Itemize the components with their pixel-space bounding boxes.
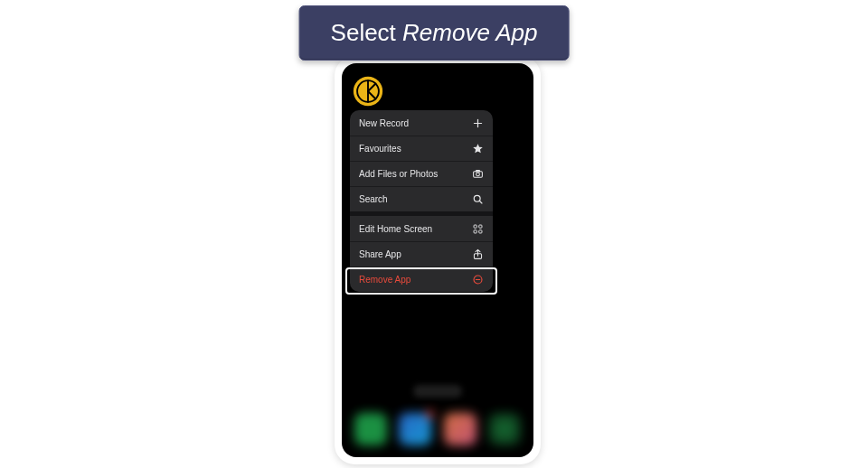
context-menu: New Record Favourites Add Files or Photo… [350,110,493,292]
dock-icon-4[interactable] [488,413,521,445]
instruction-prefix: Select [331,19,403,46]
svg-rect-11 [478,225,481,228]
dock [342,401,533,457]
menu-item-remove-app[interactable]: Remove App [350,267,493,292]
svg-rect-12 [474,229,476,232]
plus-icon [471,117,484,129]
menu-label: Share App [359,249,401,259]
menu-item-edit-home[interactable]: Edit Home Screen [350,216,493,241]
minus-circle-icon [471,274,484,286]
phone-frame: New Record Favourites Add Files or Photo… [335,56,541,464]
dock-icon-3[interactable] [444,413,476,445]
search-pill [413,385,462,398]
menu-label: Add Files or Photos [359,169,438,179]
menu-item-search[interactable]: Search [350,186,493,211]
camera-icon [471,168,484,181]
menu-label: Search [359,194,388,204]
menu-item-favourites[interactable]: Favourites [350,136,493,161]
stage: Select Remove App New Record [0,0,868,468]
menu-label: Edit Home Screen [359,224,432,234]
share-icon [471,248,484,261]
phone-screen: New Record Favourites Add Files or Photo… [342,63,533,457]
dock-icon-2[interactable] [399,413,431,445]
menu-item-add-files[interactable]: Add Files or Photos [350,161,493,186]
menu-item-new-record[interactable]: New Record [350,110,493,136]
svg-line-9 [479,201,482,203]
menu-item-share-app[interactable]: Share App [350,241,493,267]
svg-point-6 [476,173,479,176]
keeper-app-icon[interactable] [353,76,383,107]
menu-label: New Record [359,118,409,128]
svg-rect-10 [474,225,476,228]
instruction-emphasis: Remove App [402,19,537,46]
svg-rect-13 [478,229,481,232]
menu-label: Remove App [359,275,410,285]
menu-label: Favourites [359,144,401,154]
star-icon [471,143,484,155]
instruction-banner: Select Remove App [299,5,570,61]
search-icon [471,193,484,206]
dock-icon-1[interactable] [354,413,387,445]
apps-icon [471,222,484,235]
